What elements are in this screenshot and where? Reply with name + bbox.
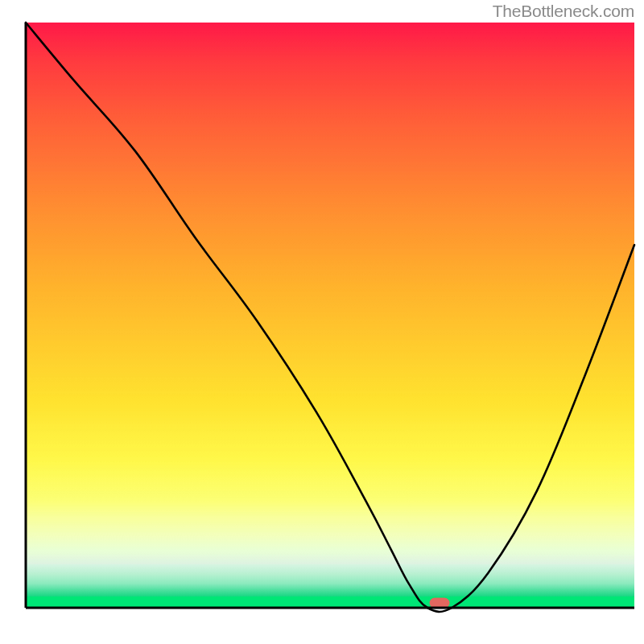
chart-axes	[0, 0, 644, 644]
watermark-text: TheBottleneck.com	[493, 2, 634, 21]
chart-stage: TheBottleneck.com	[0, 0, 644, 644]
